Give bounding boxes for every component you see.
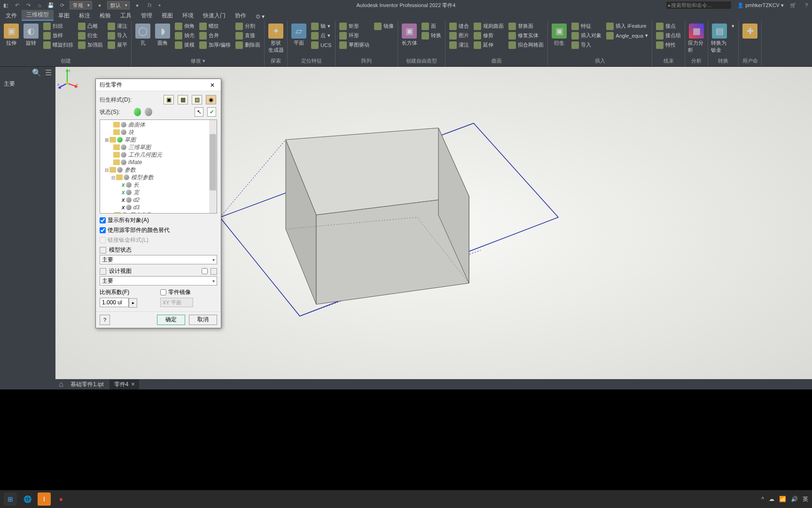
delete-face-button[interactable]: 删除面	[234, 40, 262, 49]
scale-arrow-button[interactable]: ▸	[129, 298, 137, 308]
rib-button[interactable]: 加强筋	[76, 40, 105, 49]
design-view-combo[interactable]: 主要	[100, 276, 217, 286]
harness-point-button[interactable]: 接点	[654, 22, 683, 31]
stitch-button[interactable]: 缝合	[447, 22, 471, 31]
mirror-part-checkbox[interactable]: 零件镜像	[160, 288, 217, 296]
rect-pattern-button[interactable]: 矩形	[337, 22, 371, 31]
box-button[interactable]: ▣长方体	[400, 22, 419, 48]
appearance-dropdown[interactable]: 默认	[107, 1, 130, 9]
hole-button[interactable]: ◯孔	[133, 22, 152, 48]
tab-manage[interactable]: 管理	[136, 11, 157, 21]
tab-file[interactable]: 文件	[1, 11, 22, 21]
record-icon[interactable]: ●	[55, 492, 68, 506]
style-surface-button[interactable]: ▧	[192, 95, 202, 104]
image-button[interactable]: 图片	[447, 31, 471, 40]
help-icon[interactable]: ?	[803, 1, 810, 9]
design-view-extra-icon[interactable]	[211, 268, 217, 275]
cart-icon[interactable]: 🛒	[789, 1, 797, 9]
tab-view[interactable]: 视图	[157, 11, 178, 21]
derive-surf-button[interactable]: ▣衍生	[550, 22, 569, 48]
tab-inspect[interactable]: 检验	[95, 11, 116, 21]
circ-pattern-button[interactable]: 环形	[337, 31, 371, 40]
appearance-icon[interactable]: ●	[133, 1, 141, 9]
angle-equal-button[interactable]: Angle_equa ▾	[604, 31, 650, 40]
view-style-dropdown[interactable]: 常规	[70, 1, 92, 9]
status-include-button[interactable]	[134, 108, 141, 116]
derive-tree[interactable]: 曲面体 块 ⊞草图 三维草图 工作几何图元 iMate ⊟参数 ⊟模型参数 x长…	[100, 119, 217, 214]
import-button[interactable]: 导入	[106, 31, 129, 40]
update-icon[interactable]: ⟳	[58, 1, 66, 9]
tray-ime[interactable]: 英	[803, 495, 808, 503]
fillet-button[interactable]: ◗圆角	[153, 22, 172, 48]
doc-tab-part4[interactable]: 零件4×	[109, 380, 140, 389]
import-cmd-button[interactable]: 导入	[570, 40, 603, 49]
axis-button[interactable]: 轴 ▾	[309, 22, 333, 31]
tab-tools[interactable]: 工具	[116, 11, 136, 21]
tray-wifi-icon[interactable]: 📶	[779, 496, 786, 502]
help-search-input[interactable]: ▸ 搜索帮助和命令...	[666, 1, 732, 9]
chamfer-button[interactable]: 倒角	[173, 22, 196, 31]
tab-annotate[interactable]: 标注	[74, 11, 95, 21]
material-icon[interactable]: ●	[96, 1, 103, 9]
emboss-button[interactable]: 凸雕	[76, 22, 105, 31]
tab-collaborate[interactable]: 协作	[230, 11, 251, 21]
split-button[interactable]: 分割	[234, 22, 262, 31]
loft-button[interactable]: 放样	[41, 31, 75, 40]
unwrap-button[interactable]: 展平	[106, 40, 129, 49]
shear-button[interactable]: 修剪	[472, 31, 506, 40]
tray-up-icon[interactable]: ^	[761, 496, 764, 502]
shape-generator-button[interactable]: ✦形状 生成器	[266, 22, 285, 56]
tab-close-icon[interactable]: ×	[131, 381, 134, 388]
direct-button[interactable]: 直接	[234, 31, 262, 40]
sketch-driven-button[interactable]: 草图驱动	[337, 40, 371, 49]
revolve-button[interactable]: ◐旋转	[22, 22, 40, 48]
tab-environment[interactable]: 环境	[178, 11, 198, 21]
point-group-button[interactable]: 接点组	[654, 31, 683, 40]
ruled-button[interactable]: 规则曲面	[472, 22, 506, 31]
ff-face-button[interactable]: 面	[420, 22, 443, 31]
style-solid-button[interactable]: ▣	[164, 95, 174, 104]
status-exclude-button[interactable]	[145, 108, 152, 116]
thicken-button[interactable]: 加厚/偏移	[197, 40, 233, 49]
user-account[interactable]: 👤 pmhkerTZKCV ▾	[737, 2, 784, 8]
browser-root[interactable]: 主要	[0, 78, 55, 90]
point-button[interactable]: 点 ▾	[309, 31, 333, 40]
tray-volume-icon[interactable]: 🔊	[791, 496, 798, 502]
style-composite-button[interactable]: ◉	[206, 95, 216, 104]
thread-button[interactable]: 螺纹	[197, 22, 233, 31]
plus-icon[interactable]: +	[156, 1, 163, 9]
fit-mesh-button[interactable]: 拟合网格面	[507, 40, 546, 49]
plane-button[interactable]: ▱平面	[289, 22, 308, 48]
tab-get-started[interactable]: 快速入门	[198, 11, 230, 21]
select-arrow-button[interactable]: ↖	[195, 107, 203, 117]
replace-button[interactable]: 替换面	[507, 22, 546, 31]
shell-button[interactable]: 抽壳	[173, 31, 196, 40]
combine-button[interactable]: 合并	[197, 31, 233, 40]
mirror-button[interactable]: 镜像	[372, 22, 396, 31]
draft-button[interactable]: 拔模	[173, 40, 196, 49]
properties-button[interactable]: 特性	[654, 40, 683, 49]
repair-button[interactable]: 修复实体	[507, 31, 546, 40]
tree-scrollbar[interactable]	[209, 120, 217, 213]
fx-icon[interactable]: fx	[148, 2, 152, 8]
chrome-icon[interactable]: 🌐	[21, 492, 34, 506]
start-button[interactable]: ⊞	[4, 492, 17, 506]
redo-icon[interactable]: ↷	[24, 1, 32, 9]
model-state-combo[interactable]: 主要	[100, 255, 217, 264]
show-all-checkbox[interactable]: 显示所有对象(A)	[100, 216, 217, 224]
ff-convert-button[interactable]: 转换	[420, 31, 443, 40]
decal-button[interactable]: 灌注	[106, 22, 129, 31]
style-multi-button[interactable]: ▦	[178, 95, 188, 104]
inventor-taskbar-icon[interactable]: I	[38, 492, 51, 506]
home-icon[interactable]: ⌂	[36, 1, 43, 9]
extrude-button[interactable]: ▣拉伸	[2, 22, 21, 48]
extend-button[interactable]: 延伸	[472, 40, 506, 49]
derive-button[interactable]: 衍生	[76, 31, 105, 40]
scale-factor-input[interactable]: 1.000 ul	[100, 298, 129, 307]
doc-tab-base[interactable]: 基础零件1.ipt	[66, 380, 109, 389]
sheet-metal-button[interactable]: ▤转换为钣金	[710, 22, 729, 56]
ifeature-button[interactable]: 插入 iFeature	[604, 22, 650, 31]
surf-decal-button[interactable]: 灌注	[447, 40, 471, 49]
browser-menu-icon[interactable]: ☰	[45, 68, 52, 77]
coil-button[interactable]: 螺旋扫掠	[41, 40, 75, 49]
